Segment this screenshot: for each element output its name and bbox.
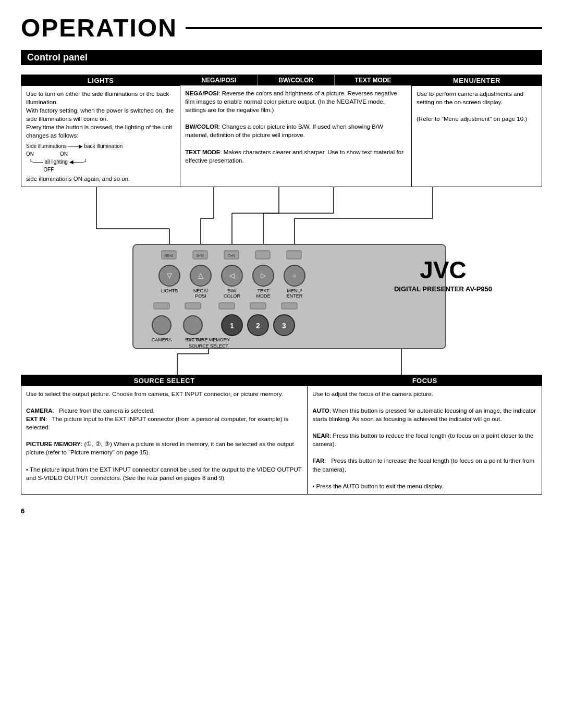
svg-text:DIGITAL  PRESENTER  AV-P950: DIGITAL PRESENTER AV-P950 xyxy=(394,285,492,293)
focus-box: FOCUS Use to adjust the focus of the cam… xyxy=(308,375,542,494)
svg-text:△: △ xyxy=(198,272,203,279)
svg-text:ENTER: ENTER xyxy=(287,293,303,299)
section-header: Control panel xyxy=(21,50,542,65)
svg-rect-20 xyxy=(287,251,301,259)
svg-text:NE▪A: NE▪A xyxy=(165,254,174,257)
svg-rect-44 xyxy=(185,303,201,309)
svg-rect-47 xyxy=(282,303,297,309)
page-number: 6 xyxy=(21,507,542,515)
svg-text:○: ○ xyxy=(292,272,296,279)
svg-text:COLOR: COLOR xyxy=(224,293,241,299)
header-line xyxy=(186,27,542,29)
svg-text:PICTURE MEMORY: PICTURE MEMORY xyxy=(187,337,230,342)
menu-enter-box: MENU/ENTER Use to perform camera adjustm… xyxy=(412,75,542,187)
bottom-info-boxes: SOURCE SELECT Use to select the output p… xyxy=(21,375,542,495)
source-select-content: Use to select the output picture. Choose… xyxy=(21,386,307,486)
lights-header: LIGHTS xyxy=(21,75,180,86)
nega-tab-headers: NEGA/POSI BW/COLOR TEXT MODE xyxy=(180,75,411,85)
svg-text:JVC: JVC xyxy=(420,256,466,283)
svg-text:POSI: POSI xyxy=(195,293,206,299)
svg-text:TEXT: TEXT xyxy=(257,288,270,293)
lights-box: LIGHTS Use to turn on either the side il… xyxy=(21,75,180,187)
svg-text:3: 3 xyxy=(282,322,286,330)
svg-text:NEGA/: NEGA/ xyxy=(193,288,209,293)
source-select-header: SOURCE SELECT xyxy=(21,375,307,386)
menu-enter-content: Use to perform camera adjustments and se… xyxy=(412,86,542,127)
svg-text:CAMERA: CAMERA xyxy=(152,337,172,342)
svg-point-50 xyxy=(183,316,202,335)
bw-color-tab: BW/COLOR xyxy=(258,75,335,85)
svg-text:B▪W: B▪W xyxy=(197,254,204,257)
svg-rect-45 xyxy=(219,303,235,309)
svg-rect-46 xyxy=(250,303,266,309)
lights-content: Use to turn on either the side illuminat… xyxy=(21,86,180,187)
nega-posi-tab: NEGA/POSI xyxy=(180,75,258,85)
focus-content: Use to adjust the focus of the camera pi… xyxy=(308,386,542,494)
svg-text:1: 1 xyxy=(230,322,234,330)
nega-posi-content: NEGA/POSI: Reverse the colors and bright… xyxy=(180,85,411,168)
svg-text:◁: ◁ xyxy=(229,272,235,279)
menu-enter-header: MENU/ENTER xyxy=(412,75,542,86)
svg-rect-19 xyxy=(255,251,270,259)
svg-text:BW/: BW/ xyxy=(228,288,237,293)
svg-text:MODE: MODE xyxy=(256,293,271,299)
svg-text:2: 2 xyxy=(256,322,260,330)
page-title: OPERATION xyxy=(21,16,177,41)
diagram-section: NE▪A B▪W O▪N ▽ LIGHTS △ NEGA/ POSI ◁ BW/… xyxy=(21,187,542,375)
illumination-diagram: Side illuminations ——▶ back illumination… xyxy=(26,142,175,174)
svg-text:MENU/: MENU/ xyxy=(287,288,302,293)
text-mode-tab: TEXT MODE xyxy=(335,75,411,85)
svg-text:SOURCE SELECT: SOURCE SELECT xyxy=(189,343,229,349)
svg-text:O▪N: O▪N xyxy=(228,254,235,257)
svg-text:▽: ▽ xyxy=(167,272,172,279)
svg-text:▷: ▷ xyxy=(261,272,266,279)
source-select-box: SOURCE SELECT Use to select the output p… xyxy=(21,375,308,494)
focus-header: FOCUS xyxy=(308,375,542,386)
svg-point-48 xyxy=(152,316,171,335)
nega-posi-box: NEGA/POSI BW/COLOR TEXT MODE NEGA/POSI: … xyxy=(180,75,412,187)
operation-header: OPERATION xyxy=(21,16,542,41)
top-info-boxes: LIGHTS Use to turn on either the side il… xyxy=(21,75,542,187)
svg-text:LIGHTS: LIGHTS xyxy=(161,288,178,293)
device-diagram-svg: NE▪A B▪W O▪N ▽ LIGHTS △ NEGA/ POSI ◁ BW/… xyxy=(21,187,542,375)
svg-rect-43 xyxy=(154,303,169,309)
